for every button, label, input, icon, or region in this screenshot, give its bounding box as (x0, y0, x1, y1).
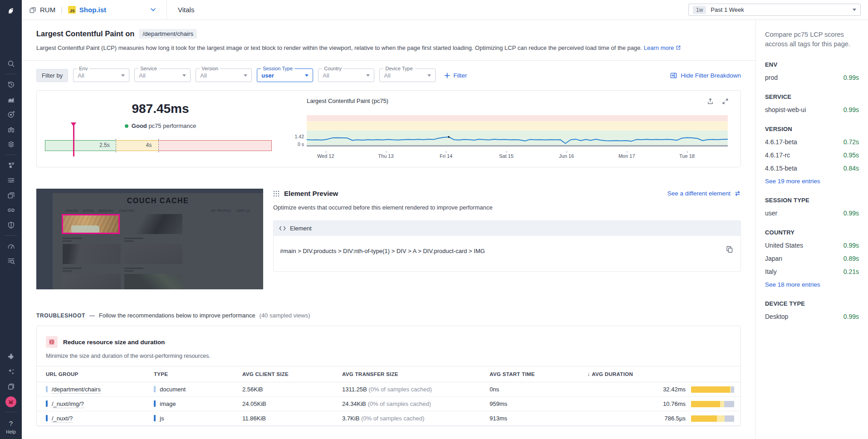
lcp-threshold-gauge: 2.5s 4s (45, 140, 272, 151)
see-different-element-link[interactable]: See a different element (667, 190, 741, 197)
type-chip-icon (154, 400, 156, 407)
workspaces-overlap-icon[interactable] (0, 379, 22, 394)
page-title: Largest Contentful Paint on (36, 29, 134, 38)
filter-label: Env (77, 66, 89, 71)
compress-icon (46, 336, 58, 348)
apm-cluster-icon[interactable] (0, 158, 22, 173)
column-avg-duration[interactable]: ↓AVG DURATION (584, 366, 740, 382)
preview-product-card (124, 244, 182, 264)
url-chip-icon (46, 386, 48, 392)
y-axis-tick: 1.42 (295, 134, 304, 139)
highlighted-lcp-element (62, 214, 120, 234)
app-selector[interactable]: JS Shop.ist (68, 6, 156, 14)
column-avg-start-time[interactable]: AVG START TIME (486, 366, 584, 382)
lcp-chart[interactable]: 1.42 0 s Wed 12 Thu 13 Fri 14 Sat 15 Jun… (307, 115, 728, 161)
recommendation-title: Reduce resource size and duration (63, 339, 165, 346)
troubleshoot-header: TROUBLESHOOT — Follow the recommendation… (36, 312, 741, 319)
transfer-note: (0% of samples cached) (361, 415, 424, 422)
user-avatar[interactable] (0, 394, 22, 409)
type-chip-icon (154, 386, 156, 392)
filter-version[interactable]: Version All (196, 68, 252, 82)
compare-section-title: COUNTRY (765, 229, 859, 236)
preview-site-nav: CHAIRS SOFAS BEDDING LIGHTING (65, 209, 135, 212)
x-axis: Wed 12 Thu 13 Fri 14 Sat 15 Jun 16 Mon 1… (307, 151, 728, 161)
chevron-down-icon (244, 74, 247, 77)
plus-icon (444, 73, 450, 78)
rum-breadcrumb[interactable]: RUM (29, 6, 55, 14)
gauge-tick-4s: 4s (146, 142, 152, 148)
time-range-selector[interactable]: 1w Past 1 Week (688, 4, 861, 16)
filter-session-type[interactable]: Session Type user (257, 68, 313, 82)
url-group-value[interactable]: /_nuxt/img/? (52, 400, 84, 408)
table-row[interactable]: /department/chairs document 2.56KiB 1311… (37, 382, 740, 397)
gauge-value-marker (73, 123, 74, 156)
nav-divider (5, 412, 17, 412)
start-time-value: 0ns (486, 382, 584, 397)
performance-gauge-icon[interactable] (0, 239, 22, 254)
filter-value: All (200, 72, 206, 79)
compare-row: 4.6.15-beta 0.84s (765, 165, 859, 172)
lcp-score-card: 987.45ms Good pc75 performance 2.5s 4s L… (36, 90, 741, 167)
lcp-line-chart (307, 115, 728, 147)
history-clock-icon[interactable] (0, 77, 22, 92)
filter-env[interactable]: Env All (73, 68, 129, 82)
filter-value: All (78, 72, 84, 79)
url-chip-icon (46, 400, 48, 407)
infrastructure-layers-icon[interactable] (0, 137, 22, 152)
search-icon[interactable] (0, 56, 22, 71)
dashboards-chart-icon[interactable] (0, 92, 22, 107)
see-more-entries-link[interactable]: See 19 more entries (765, 178, 859, 185)
see-more-entries-link[interactable]: See 18 more entries (765, 281, 859, 288)
swap-icon (734, 190, 741, 197)
filter-label: Version (200, 66, 220, 71)
filter-country[interactable]: Country All (318, 68, 374, 82)
external-link-icon (676, 45, 681, 50)
datadog-logo[interactable] (0, 0, 22, 21)
top-bar: RUM | JS Shop.ist Vitals 1w Past 1 Week (22, 0, 868, 20)
filter-service[interactable]: Service All (134, 68, 191, 82)
compare-panel: Compare pc75 LCP scores accross all tags… (755, 20, 868, 439)
watchdog-binoculars-icon[interactable] (0, 122, 22, 137)
transfer-size-value: 1311.25B (342, 386, 367, 393)
synthetics-link-icon[interactable] (0, 203, 22, 218)
element-selector: #main > DIV.products > DIV:nth-of-type(1… (280, 248, 485, 254)
security-shield-icon[interactable] (0, 218, 22, 233)
column-type[interactable]: TYPE (150, 366, 239, 382)
compare-section-session-type: SESSION TYPE user 0.99s (765, 197, 859, 217)
url-group-value[interactable]: /department/chairs (52, 386, 101, 394)
table-row[interactable]: /_nuxt/? js 11.86KiB 3.7KiB (0% of sampl… (37, 411, 740, 426)
table-row[interactable]: /_nuxt/img/? image 24.05KiB 24.34KiB (0%… (37, 397, 740, 411)
transfer-size-value: 24.34KiB (342, 400, 366, 407)
column-avg-transfer-size[interactable]: AVG TRANSFER SIZE (338, 366, 486, 382)
gauge-threshold-divider (158, 139, 159, 152)
help-item[interactable]: ? Help (6, 415, 16, 439)
preview-product-card (124, 274, 182, 289)
add-filter-button[interactable]: Filter (444, 72, 467, 79)
log-explorer-search-icon[interactable] (0, 254, 22, 268)
filter-label: Country (322, 66, 343, 71)
element-preview-panel: Element Preview See a different element … (273, 189, 741, 289)
column-avg-client-size[interactable]: AVG CLIENT SIZE (239, 366, 338, 382)
transfer-note: (0% of samples cached) (368, 386, 432, 393)
rum-windows-icon[interactable] (0, 188, 22, 203)
column-url-group[interactable]: URL GROUP (37, 366, 150, 382)
logs-filter-lines-icon[interactable] (0, 173, 22, 188)
copy-icon[interactable] (726, 246, 733, 253)
ai-sparkles-icon[interactable] (0, 364, 22, 379)
learn-more-link[interactable]: Learn more (644, 44, 681, 51)
filter-by-button[interactable]: Filter by (36, 69, 68, 82)
start-time-value: 913ms (486, 411, 584, 426)
filter-device-type[interactable]: Device Type All (379, 68, 436, 82)
export-icon[interactable] (707, 98, 714, 105)
start-time-value: 959ms (486, 397, 584, 411)
preview-product-card (63, 244, 121, 264)
monitor-target-icon[interactable] (0, 107, 22, 122)
integrations-puzzle-icon[interactable] (0, 349, 22, 364)
js-badge-icon: JS (68, 6, 76, 14)
hide-filter-breakdown-link[interactable]: Hide Filter Breakdown (670, 72, 741, 79)
reduce-resource-card: Reduce resource size and duration Minimi… (36, 326, 741, 426)
expand-icon[interactable] (722, 98, 729, 105)
url-group-value[interactable]: /_nuxt/? (52, 415, 73, 423)
tab-vitals[interactable]: Vitals (178, 6, 194, 14)
drag-handle-icon (273, 190, 280, 197)
